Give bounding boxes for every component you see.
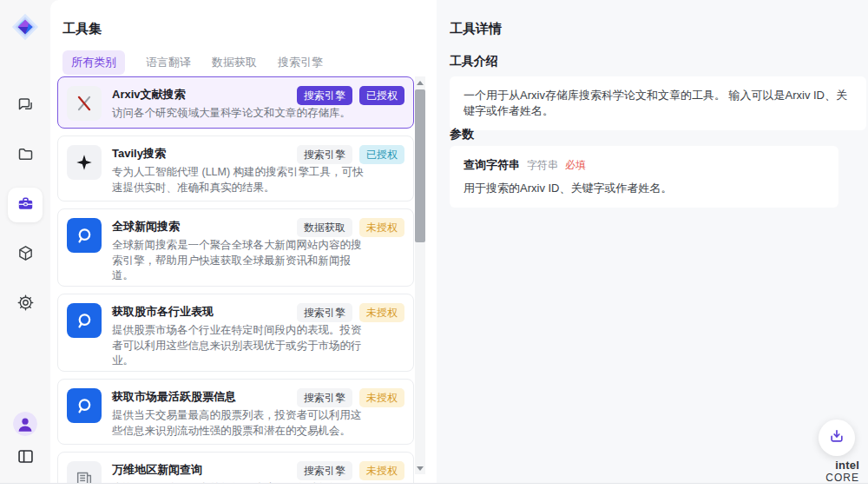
tool-list-panel: 工具集 所有类别 语言翻译 数据获取 搜索引擎 Arxiv文献搜索 访问各个研究… <box>50 0 437 483</box>
tool-card-list: Arxiv文献搜索 访问各个研究领域大量科学论文和文章的存储库。 搜索引擎 已授… <box>57 76 414 483</box>
gear-icon <box>16 294 35 315</box>
sidebar-item-files[interactable] <box>8 138 43 173</box>
brand-core-text: CORE <box>825 472 859 484</box>
intro-heading: 工具介绍 <box>450 54 498 69</box>
category-badge: 搜索引擎 <box>297 461 352 480</box>
auth-status-badge: 已授权 <box>359 145 404 164</box>
tab-all-categories[interactable]: 所有类别 <box>62 50 125 75</box>
tool-card-arxiv[interactable]: Arxiv文献搜索 访问各个研究领域大量科学论文和文章的存储库。 搜索引擎 已授… <box>57 76 414 129</box>
newspaper-icon <box>67 461 102 483</box>
tab-data-fetch[interactable]: 数据获取 <box>212 50 257 75</box>
juhe-icon <box>67 303 102 338</box>
intro-text: 一个用于从Arxiv存储库搜索科学论文和文章的工具。 输入可以是Arxiv ID… <box>464 89 847 117</box>
params-heading: 参数 <box>450 127 474 142</box>
tab-search-engine[interactable]: 搜索引擎 <box>278 50 323 75</box>
sidebar-item-packages[interactable] <box>8 237 43 272</box>
juhe-icon <box>67 218 102 253</box>
sidebar-nav <box>8 89 43 321</box>
tool-description: 访问各个研究领域大量科学论文和文章的存储库。 <box>112 106 351 122</box>
detail-title: 工具详情 <box>450 21 502 37</box>
bottom-divider <box>0 483 868 489</box>
sidebar-item-toolbox[interactable] <box>8 188 43 222</box>
folder-icon <box>16 145 35 167</box>
badges: 搜索引擎 未授权 <box>297 303 404 322</box>
sidebar-bottom <box>13 412 37 469</box>
param-name: 查询字符串 <box>464 157 520 173</box>
collapse-panel-button[interactable] <box>14 446 36 469</box>
user-avatar[interactable] <box>13 412 37 436</box>
param-required-badge: 必填 <box>565 158 586 173</box>
arxiv-icon <box>67 86 102 121</box>
auth-status-badge: 未授权 <box>359 461 404 480</box>
tool-description: 提供当天交易量最高的股票列表，投资者可以利用这些信息来识别流动性强的股票和潜在的… <box>112 408 365 439</box>
scrollbar-thumb[interactable] <box>415 89 425 242</box>
category-badge: 搜索引擎 <box>297 388 352 407</box>
scroll-up-button[interactable] <box>415 76 425 89</box>
triangle-down-icon <box>417 466 424 471</box>
auth-status-badge: 未授权 <box>359 303 404 322</box>
badges: 搜索引擎 未授权 <box>297 388 404 407</box>
toolbox-icon <box>16 195 35 216</box>
tool-description: 专为人工智能代理 (LLM) 构建的搜索引擎工具，可快速提供实时、准确和真实的结… <box>112 165 365 195</box>
tab-language-translation[interactable]: 语言翻译 <box>146 50 191 75</box>
tavily-star-icon <box>67 145 102 180</box>
intro-card: 一个用于从Arxiv存储库搜索科学论文和文章的工具。 输入可以是Arxiv ID… <box>450 76 866 130</box>
param-header: 查询字符串 字符串 必填 <box>464 157 825 173</box>
triangle-up-icon <box>417 81 424 85</box>
auth-status-badge: 未授权 <box>359 218 404 237</box>
list-scrollbar <box>415 76 425 474</box>
category-badge: 搜索引擎 <box>297 86 352 105</box>
category-badge: 搜索引擎 <box>297 145 352 164</box>
badges: 搜索引擎 未授权 <box>297 461 404 480</box>
tool-card-regional-news[interactable]: 万维地区新闻查询 查询具体行政区划内的新闻，快速了解各地新闻动 搜索引擎 未授权 <box>57 452 414 483</box>
app-window: 工具集 所有类别 语言翻译 数据获取 搜索引擎 Arxiv文献搜索 访问各个研究… <box>0 0 868 489</box>
tool-description: 提供股票市场各个行业在特定时间段内的表现。投资者可以利用这些信息来识别表现优于或… <box>112 323 365 369</box>
param-description: 用于搜索的Arxiv ID、关键字或作者姓名。 <box>464 181 825 196</box>
sidebar-rail <box>0 0 50 483</box>
panel-layout-icon <box>16 447 35 469</box>
badges: 搜索引擎 已授权 <box>297 145 404 164</box>
scroll-down-button[interactable] <box>415 462 425 474</box>
badges: 数据获取 未授权 <box>297 218 404 237</box>
juhe-icon <box>67 388 102 423</box>
tool-description: 全球新闻搜索是一个聚合全球各大新闻网站内容的搜索引擎，帮助用户快速获取全球最新资… <box>112 238 365 284</box>
category-badge: 搜索引擎 <box>297 303 352 322</box>
chat-icon <box>16 96 35 117</box>
cube-icon <box>16 244 35 266</box>
category-badge: 数据获取 <box>297 218 352 237</box>
tool-card-sector-performance[interactable]: 获取股市各行业表现 提供股票市场各个行业在特定时间段内的表现。投资者可以利用这些… <box>57 294 414 372</box>
param-card: 查询字符串 字符串 必填 用于搜索的Arxiv ID、关键字或作者姓名。 <box>450 146 838 208</box>
download-button[interactable] <box>819 420 855 456</box>
sidebar-item-settings[interactable] <box>8 287 43 321</box>
app-logo-icon <box>9 10 42 43</box>
brand-intel-text: intel <box>835 459 859 472</box>
page-title: 工具集 <box>62 21 102 37</box>
download-icon <box>828 427 845 448</box>
sidebar-item-chat[interactable] <box>8 89 43 123</box>
param-type: 字符串 <box>527 158 558 173</box>
category-tabs: 所有类别 语言翻译 数据获取 搜索引擎 <box>62 50 323 75</box>
auth-status-badge: 已授权 <box>359 86 404 105</box>
badges: 搜索引擎 已授权 <box>297 86 404 105</box>
tool-detail-panel: 工具详情 工具介绍 一个用于从Arxiv存储库搜索科学论文和文章的工具。 输入可… <box>437 0 868 483</box>
tool-card-global-news[interactable]: 全球新闻搜索 全球新闻搜索是一个聚合全球各大新闻网站内容的搜索引擎，帮助用户快速… <box>57 208 414 287</box>
tool-card-active-stocks[interactable]: 获取市场最活跃股票信息 提供当天交易量最高的股票列表，投资者可以利用这些信息来识… <box>57 379 414 445</box>
auth-status-badge: 未授权 <box>359 388 404 407</box>
tool-card-tavily[interactable]: Tavily搜索 专为人工智能代理 (LLM) 构建的搜索引擎工具，可快速提供实… <box>57 135 414 202</box>
